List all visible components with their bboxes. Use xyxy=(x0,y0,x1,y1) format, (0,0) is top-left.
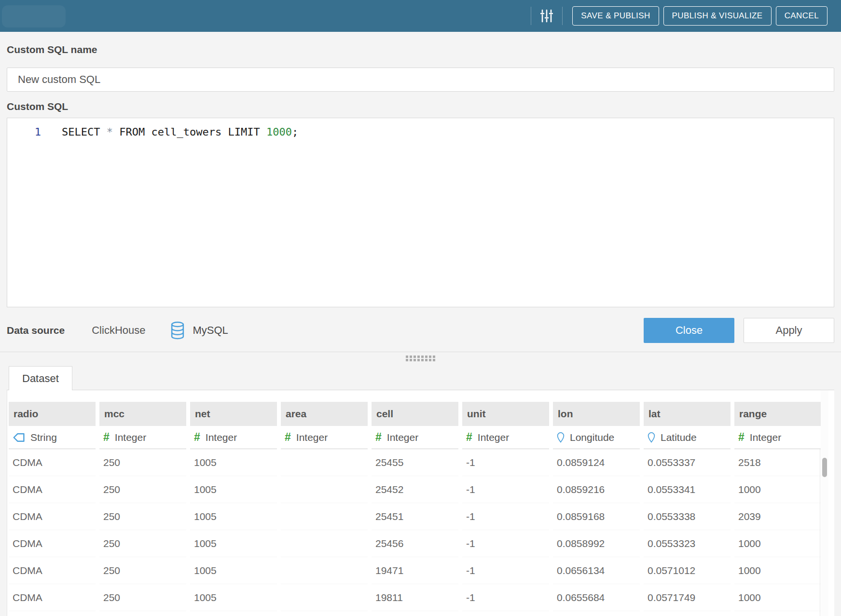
table-cell-radio: CDMA xyxy=(9,476,96,503)
table-cell-cell: 25452 xyxy=(372,476,458,503)
toolbar-button-group: SAVE & PUBLISHPUBLISH & VISUALIZECANCEL xyxy=(572,6,827,26)
longitude-icon xyxy=(557,432,565,443)
table-cell-unit: -1 xyxy=(462,449,549,476)
scrollbar-thumb[interactable] xyxy=(822,458,827,477)
table-cell-mcc: 250 xyxy=(99,503,186,530)
custom-sql-name-input[interactable] xyxy=(7,68,834,92)
table-cell-lat: 0.0571012 xyxy=(644,557,731,584)
table-cell-range: 2518 xyxy=(734,449,821,476)
column-type-mcc[interactable]: #Integer xyxy=(99,426,186,449)
table-cell-lon: 0.0858992 xyxy=(553,530,640,557)
table-row: CDMA250100525452-10.08592160.05533411000 xyxy=(7,476,834,503)
table-cell-mcc: 250 xyxy=(99,557,186,584)
table-row: CDMA250100525451-10.08591680.05533382039 xyxy=(7,503,834,530)
publish-and-visualize-button[interactable]: PUBLISH & VISUALIZE xyxy=(663,6,772,26)
table-header-row: radiomccnetareacellunitlonlatrange xyxy=(7,402,834,426)
table-cell-range: 1000 xyxy=(734,476,821,503)
table-cell-mcc: 250 xyxy=(99,584,186,611)
column-type-lat[interactable]: Latitude xyxy=(644,426,731,449)
close-button[interactable]: Close xyxy=(644,318,734,343)
table-cell-unit: -1 xyxy=(462,530,549,557)
datasource-clickhouse[interactable]: ClickHouse xyxy=(92,324,145,337)
column-header-range[interactable]: range xyxy=(734,402,821,426)
column-header-radio[interactable]: radio xyxy=(9,402,96,426)
table-cell-net: 1005 xyxy=(190,503,277,530)
table-cell-lon: 0.0859168 xyxy=(553,503,640,530)
table-cell-radio: CDMA xyxy=(9,449,96,476)
tab-dataset[interactable]: Dataset xyxy=(9,366,72,390)
sql-token: SELECT xyxy=(62,126,100,138)
table-cell-cell: 19811 xyxy=(372,584,458,611)
column-header-mcc[interactable]: mcc xyxy=(99,402,186,426)
table-cell-lat: 0.0553323 xyxy=(644,530,731,557)
table-cell-net: 1005 xyxy=(190,449,277,476)
toolbar-divider xyxy=(562,7,563,25)
table-row: CDMA250100519471-10.06561340.05710121000 xyxy=(7,557,834,584)
latitude-icon xyxy=(648,432,655,443)
split-drag-handle[interactable] xyxy=(406,356,435,361)
table-cell-unit: -1 xyxy=(462,503,549,530)
table-cell-net: 1005 xyxy=(190,530,277,557)
table-cell-area xyxy=(281,530,368,557)
custom-sql-name-label: Custom SQL name xyxy=(7,43,834,56)
sql-code-line: SELECT * FROM cell_towers LIMIT 1000; xyxy=(62,126,298,138)
split-divider-line xyxy=(0,352,841,352)
column-header-net[interactable]: net xyxy=(190,402,277,426)
table-row: CDMA250100525456-10.08589920.05533231000 xyxy=(7,530,834,557)
custom-sql-form: Custom SQL name Custom SQL 1 SELECT * FR… xyxy=(0,43,841,343)
table-cell-area xyxy=(281,584,368,611)
sliders-icon[interactable] xyxy=(531,9,562,23)
column-type-lon[interactable]: Longitude xyxy=(553,426,640,449)
toolbar-ghost-button xyxy=(2,5,66,27)
table-cell-range: 1000 xyxy=(734,530,821,557)
column-header-unit[interactable]: unit xyxy=(462,402,549,426)
column-type-unit[interactable]: #Integer xyxy=(462,426,549,449)
table-cell-radio: CDMA xyxy=(9,584,96,611)
table-cell-net: 1005 xyxy=(190,476,277,503)
table-cell-area xyxy=(281,503,368,530)
custom-sql-label: Custom SQL xyxy=(7,100,834,113)
table-row: CDMA250100525455-10.08591240.05533372518 xyxy=(7,449,834,476)
database-icon xyxy=(170,321,185,340)
column-type-label: Integer xyxy=(115,432,146,443)
table-cell-cell: 25451 xyxy=(372,503,458,530)
column-type-label: Integer xyxy=(206,432,237,443)
integer-icon: # xyxy=(375,432,382,443)
table-cell-lat: 0.0553337 xyxy=(644,449,731,476)
column-type-area[interactable]: #Integer xyxy=(281,426,368,449)
table-cell-cell: 25455 xyxy=(372,449,458,476)
table-cell-unit: -1 xyxy=(462,584,549,611)
column-type-cell[interactable]: #Integer xyxy=(372,426,458,449)
table-cell-lon: 0.0655684 xyxy=(553,584,640,611)
sql-editor[interactable]: 1 SELECT * FROM cell_towers LIMIT 1000; xyxy=(7,118,834,307)
column-header-cell[interactable]: cell xyxy=(372,402,458,426)
dataset-panel: Dataset radiomccnetareacellunitlonlatran… xyxy=(7,366,834,616)
table-cell-radio: CDMA xyxy=(9,503,96,530)
column-type-radio[interactable]: String xyxy=(9,426,96,449)
data-source-row: Data source ClickHouse MySQL Close Apply xyxy=(7,318,834,343)
toolbar-actions: SAVE & PUBLISHPUBLISH & VISUALIZECANCEL xyxy=(531,6,841,26)
table-cell-net: 1005 xyxy=(190,557,277,584)
cancel-button[interactable]: CANCEL xyxy=(776,6,827,26)
column-header-lon[interactable]: lon xyxy=(553,402,640,426)
table-cell-mcc: 250 xyxy=(99,530,186,557)
table-cell-radio: CDMA xyxy=(9,557,96,584)
table-cell-lon: 0.0859216 xyxy=(553,476,640,503)
column-type-label: Integer xyxy=(478,432,509,443)
datasource-mysql[interactable]: MySQL xyxy=(193,324,228,337)
column-type-label: Integer xyxy=(296,432,328,443)
column-type-range[interactable]: #Integer xyxy=(734,426,821,449)
editor-line-number: 1 xyxy=(7,126,41,138)
top-toolbar: SAVE & PUBLISHPUBLISH & VISUALIZECANCEL xyxy=(0,0,841,32)
column-type-label: Latitude xyxy=(661,432,697,443)
table-scrollbar[interactable] xyxy=(821,390,828,616)
save-and-publish-button[interactable]: SAVE & PUBLISH xyxy=(572,6,659,26)
column-header-area[interactable]: area xyxy=(281,402,368,426)
table-row: CDMA250100519811-10.06556840.05717491000 xyxy=(7,584,834,611)
apply-button[interactable]: Apply xyxy=(744,318,834,343)
integer-icon: # xyxy=(194,432,200,443)
column-type-net[interactable]: #Integer xyxy=(190,426,277,449)
table-type-row: String#Integer#Integer#Integer#Integer#I… xyxy=(7,426,834,449)
column-header-lat[interactable]: lat xyxy=(644,402,731,426)
table-cell-lat: 0.0553338 xyxy=(644,503,731,530)
